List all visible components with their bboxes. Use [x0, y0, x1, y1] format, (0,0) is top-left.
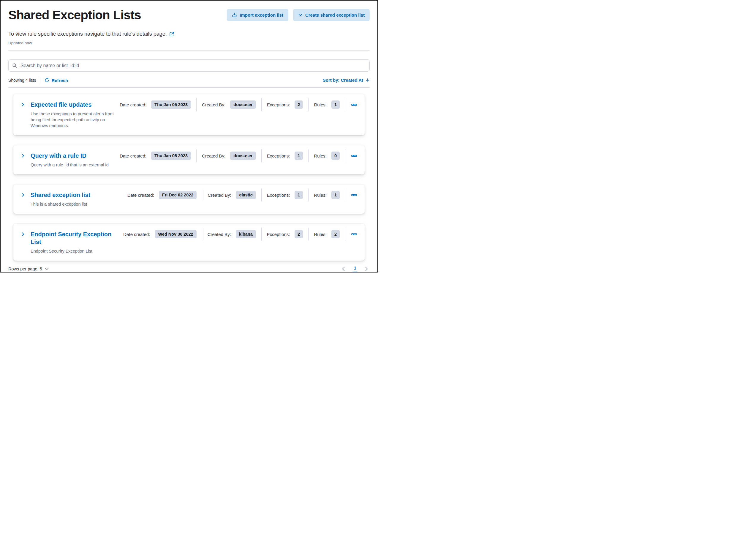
search-input[interactable] [8, 59, 370, 72]
rules-count-badge: 2 [331, 230, 340, 238]
rules-label: Rules: [314, 192, 327, 197]
rules-count-badge: 1 [331, 191, 340, 199]
list-item: Expected file updates Use these exceptio… [13, 94, 365, 135]
list-title-link[interactable]: Expected file updates [31, 101, 92, 108]
shared-exception-lists-page: Shared Exception Lists Import exception … [1, 1, 377, 260]
page-header: Shared Exception Lists Import exception … [8, 8, 370, 22]
list-item: Shared exception list This is a shared e… [13, 184, 365, 214]
exceptions-label: Exceptions: [267, 102, 290, 107]
list-title-link[interactable]: Shared exception list [31, 191, 90, 199]
date-created-label: Date created: [127, 192, 154, 197]
chevron-left-icon [341, 266, 346, 271]
exceptions-count-badge: 1 [295, 151, 303, 160]
created-by-label: Created By: [208, 232, 231, 237]
meta-divider [261, 98, 262, 111]
chevron-right-icon [20, 192, 25, 197]
search-icon [12, 63, 17, 68]
created-by-badge: docsuser [230, 151, 256, 160]
page-title: Shared Exception Lists [8, 8, 141, 22]
subtitle-text: To view rule specific exceptions navigat… [8, 31, 167, 37]
meta-divider [345, 149, 345, 162]
list-description: This is a shared exception list [31, 201, 90, 207]
page-subtitle: To view rule specific exceptions navigat… [8, 31, 370, 37]
exceptions-count-badge: 2 [295, 230, 303, 238]
exceptions-count-badge: 1 [295, 191, 303, 199]
sort-by-button[interactable]: Sort by: Created At [323, 78, 370, 83]
meta-divider [345, 188, 345, 201]
external-link-icon[interactable] [169, 31, 174, 37]
date-created-badge: Thu Jan 05 2023 [151, 100, 191, 109]
exceptions-label: Exceptions: [267, 232, 290, 237]
arrow-down-icon [365, 78, 370, 82]
chevron-right-icon [20, 153, 25, 158]
app-window: Shared Exception Lists Import exception … [0, 0, 378, 272]
list-title-link[interactable]: Query with a rule ID [31, 152, 86, 159]
chevron-down-icon [298, 13, 303, 17]
chevron-down-icon [45, 267, 49, 271]
rules-count-badge: 0 [331, 151, 340, 160]
rules-label: Rules: [314, 102, 327, 107]
header-actions: Import exception list Create shared exce… [227, 9, 370, 21]
list-actions-menu-button[interactable] [351, 192, 358, 198]
expand-list-button[interactable] [20, 192, 25, 197]
exceptions-label: Exceptions: [267, 192, 290, 197]
refresh-button[interactable]: Refresh [45, 78, 68, 83]
meta-divider [308, 98, 309, 111]
meta-divider [196, 98, 197, 111]
rows-per-page-label: Rows per page: 5 [8, 266, 42, 271]
list-description: Endpoint Security Exception List [31, 248, 123, 254]
date-created-badge: Wed Nov 30 2022 [155, 230, 196, 238]
showing-count: Showing 4 lists [8, 78, 36, 83]
list-item: Endpoint Security Exception List Endpoin… [13, 224, 365, 260]
chevron-right-icon [364, 266, 369, 271]
created-by-badge: kibana [236, 230, 256, 238]
next-page-button[interactable] [363, 266, 370, 272]
page-number-button[interactable]: 1 [353, 265, 357, 272]
chevron-right-icon [20, 232, 25, 236]
import-button-label: Import exception list [240, 12, 283, 18]
list-actions-menu-button[interactable] [351, 101, 358, 108]
meta-divider [202, 227, 202, 241]
boxes-horizontal-icon [351, 192, 357, 198]
previous-page-button[interactable] [340, 266, 347, 272]
updated-status: Updated now [8, 41, 370, 45]
search-bar [8, 59, 370, 72]
list-toolbar: Showing 4 lists Refresh Sort by: Created… [8, 77, 370, 83]
exception-lists: Expected file updates Use these exceptio… [8, 88, 370, 260]
list-meta: Date created: Thu Jan 05 2023 Created By… [120, 98, 358, 111]
date-created-badge: Thu Jan 05 2023 [151, 151, 191, 160]
boxes-horizontal-icon [351, 153, 357, 159]
boxes-horizontal-icon [351, 102, 357, 108]
created-by-badge: docsuser [230, 100, 256, 109]
created-by-label: Created By: [202, 102, 225, 107]
list-description: Use these exceptions to prevent alerts f… [31, 111, 117, 129]
pagination: 1 [340, 265, 370, 272]
rows-per-page-button[interactable]: Rows per page: 5 [8, 266, 49, 271]
rules-label: Rules: [314, 153, 327, 158]
date-created-label: Date created: [123, 232, 150, 237]
created-by-label: Created By: [202, 153, 225, 158]
create-button-label: Create shared exception list [305, 12, 365, 18]
import-icon [232, 12, 237, 18]
list-actions-menu-button[interactable] [351, 152, 358, 159]
import-exception-list-button[interactable]: Import exception list [227, 9, 288, 21]
rules-label: Rules: [314, 232, 327, 237]
meta-divider [261, 188, 262, 201]
list-title-link[interactable]: Endpoint Security Exception List [31, 230, 123, 246]
meta-divider [261, 149, 262, 162]
create-shared-exception-list-button[interactable]: Create shared exception list [293, 9, 370, 21]
created-by-badge: elastic [236, 191, 256, 199]
rules-count-badge: 1 [331, 100, 340, 109]
meta-divider [308, 188, 309, 201]
list-meta: Date created: Thu Jan 05 2023 Created By… [120, 149, 358, 162]
toolbar-divider [40, 77, 40, 83]
expand-list-button[interactable] [20, 153, 25, 158]
table-footer: Rows per page: 5 1 [1, 265, 377, 272]
meta-divider [261, 227, 262, 241]
exceptions-label: Exceptions: [267, 153, 290, 158]
list-actions-menu-button[interactable] [351, 231, 358, 238]
created-by-label: Created By: [208, 192, 231, 197]
expand-list-button[interactable] [20, 232, 25, 236]
chevron-right-icon [20, 102, 25, 107]
expand-list-button[interactable] [20, 102, 25, 107]
